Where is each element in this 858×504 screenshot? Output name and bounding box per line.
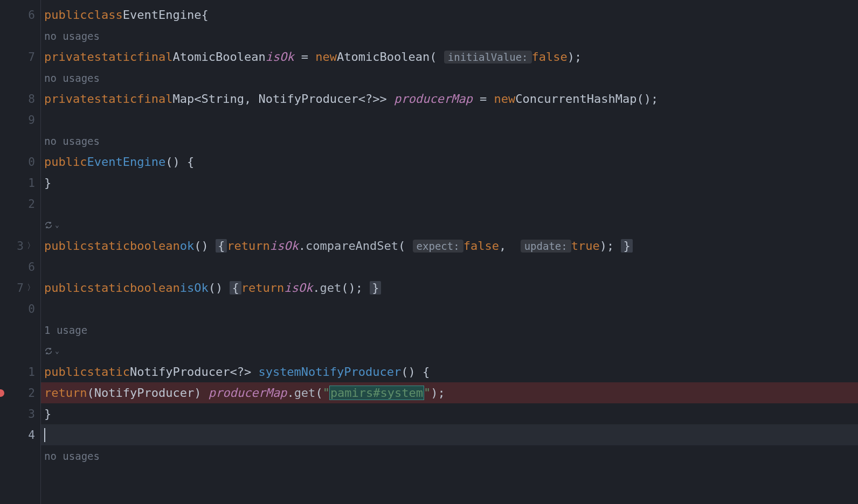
keyword: class — [87, 8, 122, 22]
string-quote: " — [424, 386, 431, 400]
usage-hint[interactable]: no usages — [41, 67, 858, 88]
line-number: 4 — [28, 429, 35, 442]
fold-toggle-icon[interactable]: 〉 — [27, 241, 35, 251]
gutter-line[interactable]: 2 — [0, 382, 40, 403]
dot: . — [299, 239, 306, 253]
code-line[interactable]: public static boolean ok() { return isOk… — [41, 235, 858, 256]
gutter-line[interactable]: 7 — [0, 46, 40, 67]
gutter-line[interactable]: 6 — [0, 4, 40, 25]
code-line[interactable]: private static final AtomicBoolean isOk … — [41, 46, 858, 67]
code-line[interactable]: } — [41, 403, 858, 424]
code-line[interactable]: private static final Map<String, NotifyP… — [41, 88, 858, 109]
type: AtomicBoolean — [337, 50, 430, 64]
code-line[interactable]: public class EventEngine { — [41, 4, 858, 25]
line-number: 2 — [28, 198, 35, 211]
gutter-line[interactable] — [0, 319, 40, 340]
code-line[interactable] — [41, 298, 858, 319]
gutter-line[interactable] — [0, 214, 40, 235]
brace: } — [44, 407, 51, 421]
code-line[interactable] — [41, 193, 858, 214]
gutter-line[interactable] — [0, 67, 40, 88]
code-line[interactable]: return (NotifyProducer) producerMap.get(… — [41, 382, 858, 403]
gutter-line[interactable]: 7〉 — [0, 277, 40, 298]
code-line[interactable]: public EventEngine() { — [41, 151, 858, 172]
code-line[interactable] — [41, 109, 858, 130]
operator: = — [294, 50, 316, 64]
hint-text: no usages — [44, 135, 100, 147]
line-number: 6 — [28, 261, 35, 274]
line-number: 1 — [28, 366, 35, 379]
gutter-line[interactable] — [0, 340, 40, 361]
folded-brace[interactable]: { — [230, 281, 241, 295]
code-line[interactable]: public static boolean isOk() { return is… — [41, 277, 858, 298]
gutter[interactable]: 6 7 8 9 0 1 2 3〉 6 7〉 0 1 2 3 4 — [0, 0, 41, 504]
line-number: 2 — [28, 387, 35, 400]
usage-hint[interactable]: no usages — [41, 445, 858, 466]
folded-brace[interactable]: } — [370, 281, 381, 295]
breakpoint-icon[interactable] — [0, 389, 4, 397]
comma: , — [499, 239, 521, 253]
gutter-line[interactable]: 0 — [0, 298, 40, 319]
keyword: static — [94, 92, 137, 106]
line-number: 8 — [28, 93, 35, 106]
hint-text: no usages — [44, 72, 100, 84]
type: NotifyProducer — [258, 92, 358, 106]
code-line-current[interactable] — [41, 424, 858, 445]
string-selection[interactable]: pamirs#system — [330, 386, 424, 400]
generic: <?> — [230, 365, 258, 379]
chevron-down-icon: ⌄ — [55, 347, 59, 355]
keyword: return — [44, 386, 87, 400]
override-icon[interactable]: ⌄ — [44, 221, 59, 229]
code-area[interactable]: public class EventEngine { no usages pri… — [41, 0, 858, 504]
keyword: static — [87, 281, 129, 295]
override-icon[interactable]: ⌄ — [44, 347, 59, 355]
code-line[interactable]: } — [41, 172, 858, 193]
code-line[interactable] — [41, 256, 858, 277]
keyword: new — [315, 50, 337, 64]
gutter-line[interactable]: 0 — [0, 151, 40, 172]
gutter-line[interactable]: 6 — [0, 256, 40, 277]
gutter-line[interactable]: 1 — [0, 172, 40, 193]
paren: ); — [431, 386, 445, 400]
paren: () — [194, 239, 216, 253]
method-name: systemNotifyProducer — [258, 365, 401, 379]
keyword: boolean — [130, 281, 180, 295]
code-line[interactable]: public static NotifyProducer<?> systemNo… — [41, 361, 858, 382]
gutter-line[interactable]: 9 — [0, 109, 40, 130]
gutter-line[interactable]: 1 — [0, 361, 40, 382]
type: ConcurrentHashMap — [515, 92, 636, 106]
keyword: public — [44, 155, 87, 169]
folded-brace[interactable]: { — [216, 239, 227, 253]
keyword: private — [44, 92, 94, 106]
constructor: EventEngine — [87, 155, 165, 169]
gutter-line[interactable]: 8 — [0, 88, 40, 109]
gutter-icon-row[interactable]: ⌄ — [41, 214, 858, 235]
line-number: 7 — [28, 51, 35, 64]
keyword: static — [94, 50, 137, 64]
gutter-line[interactable] — [0, 130, 40, 151]
fold-toggle-icon[interactable]: 〉 — [27, 283, 35, 293]
paren: ); — [568, 50, 582, 64]
folded-brace[interactable]: } — [621, 239, 632, 253]
usage-hint[interactable]: no usages — [41, 130, 858, 151]
gutter-line[interactable] — [0, 25, 40, 46]
keyword: public — [44, 365, 87, 379]
hint-text: no usages — [44, 450, 100, 462]
gutter-icon-row[interactable]: ⌄ — [41, 340, 858, 361]
method-name: isOk — [180, 281, 209, 295]
type: NotifyProducer — [130, 365, 230, 379]
field: isOk — [284, 281, 313, 295]
gutter-line[interactable]: 3 — [0, 403, 40, 424]
keyword: public — [44, 239, 87, 253]
gutter-line[interactable]: 3〉 — [0, 235, 40, 256]
usage-hint[interactable]: 1 usage — [41, 319, 858, 340]
gutter-line[interactable] — [0, 445, 40, 466]
usage-hint[interactable]: no usages — [41, 25, 858, 46]
gutter-line[interactable]: 2 — [0, 193, 40, 214]
gutter-line[interactable]: 4 — [0, 424, 40, 445]
paren: ( — [315, 386, 322, 400]
paren: ( — [430, 50, 444, 64]
type: Map — [172, 92, 194, 106]
text-caret — [44, 428, 45, 442]
code-editor[interactable]: 6 7 8 9 0 1 2 3〉 6 7〉 0 1 2 3 4 public c… — [0, 0, 858, 504]
